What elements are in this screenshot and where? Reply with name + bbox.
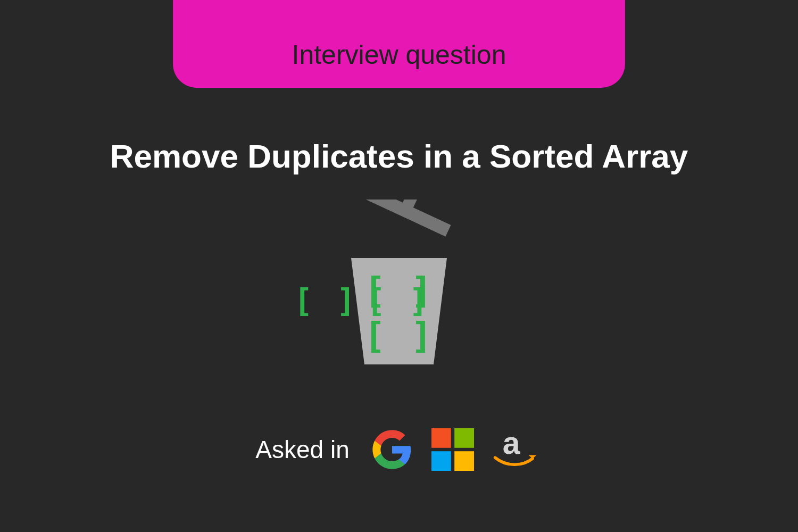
svg-rect-8 — [454, 451, 474, 471]
google-icon — [371, 428, 413, 471]
amazon-icon: a — [492, 428, 543, 471]
microsoft-icon — [431, 428, 474, 471]
svg-text:a: a — [502, 428, 520, 460]
interview-question-banner: Interview question — [173, 0, 625, 88]
question-title: Remove Duplicates in a Sorted Array — [0, 137, 798, 175]
company-icons: a — [371, 428, 543, 471]
bracket-icon: [ ] — [366, 282, 430, 319]
brackets-outside: [ ] [ ] — [294, 282, 430, 319]
svg-rect-6 — [454, 428, 474, 448]
banner-label: Interview question — [292, 39, 506, 70]
svg-text:[ ]: [ ] — [364, 315, 434, 357]
svg-rect-7 — [431, 451, 451, 471]
svg-rect-1 — [363, 200, 451, 237]
asked-in-label: Asked in — [255, 435, 349, 464]
bracket-icon: [ ] — [294, 282, 358, 319]
asked-in-row: Asked in a — [0, 428, 798, 471]
svg-rect-5 — [431, 428, 451, 448]
